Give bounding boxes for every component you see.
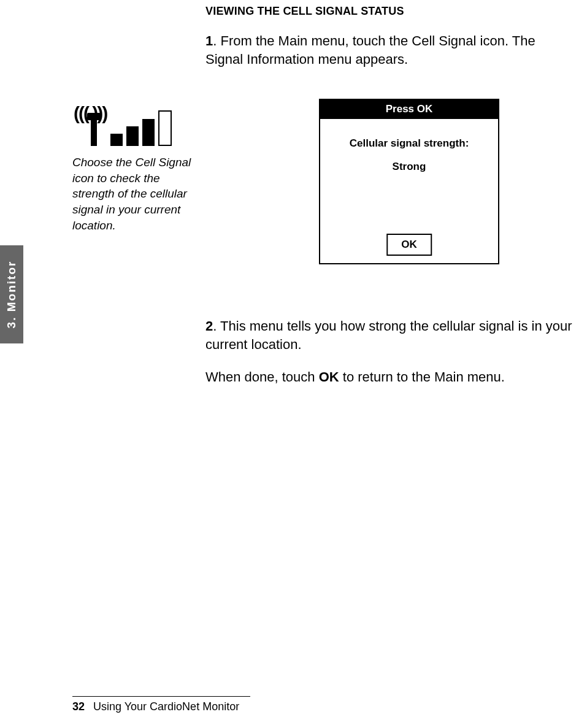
step-2: 2. This menu tells you how strong the ce… — [205, 317, 575, 386]
page-number: 32 — [72, 700, 85, 713]
device-screen: Press OK Cellular signal strength: Stron… — [319, 99, 499, 264]
step-2-text: . This menu tells you how strong the cel… — [205, 318, 572, 352]
signal-bar-2-icon — [126, 126, 139, 146]
chapter-tab-label: 3. Monitor — [5, 261, 18, 329]
step-2-finish-bold: OK — [319, 369, 339, 385]
ok-button[interactable]: OK — [386, 234, 432, 256]
step-2-finish-prefix: When done, touch — [205, 369, 319, 385]
step-2-finish: When done, touch OK to return to the Mai… — [205, 368, 575, 386]
step-1-text: . From the Main menu, touch the Cell Sig… — [205, 33, 535, 67]
section-heading: VIEWING THE CELL SIGNAL STATUS — [205, 5, 404, 18]
page-footer: 32Using Your CardioNet Monitor — [72, 696, 569, 713]
signal-bar-4-icon — [158, 110, 172, 146]
signal-strength-value: Strong — [328, 161, 491, 173]
device-body: Cellular signal strength: Strong OK — [320, 119, 498, 263]
chapter-tab: 3. Monitor — [0, 245, 23, 343]
icon-caption: Choose the Cell Signal icon to check the… — [72, 155, 192, 233]
tower-post-icon — [91, 118, 97, 146]
signal-strength-label: Cellular signal strength: — [328, 137, 491, 150]
step-2-number: 2 — [205, 318, 213, 334]
step-1-number: 1 — [205, 33, 213, 48]
footer-title: Using Your CardioNet Monitor — [93, 700, 239, 713]
step-1: 1. From the Main menu, touch the Cell Si… — [205, 32, 575, 68]
signal-bar-3-icon — [142, 119, 155, 146]
device-titlebar: Press OK — [320, 100, 498, 119]
signal-bar-1-icon — [110, 134, 123, 146]
cell-signal-icon: ((( ))) — [72, 104, 177, 146]
footer-divider — [72, 696, 250, 697]
step-2-finish-suffix: to return to the Main menu. — [339, 369, 505, 385]
